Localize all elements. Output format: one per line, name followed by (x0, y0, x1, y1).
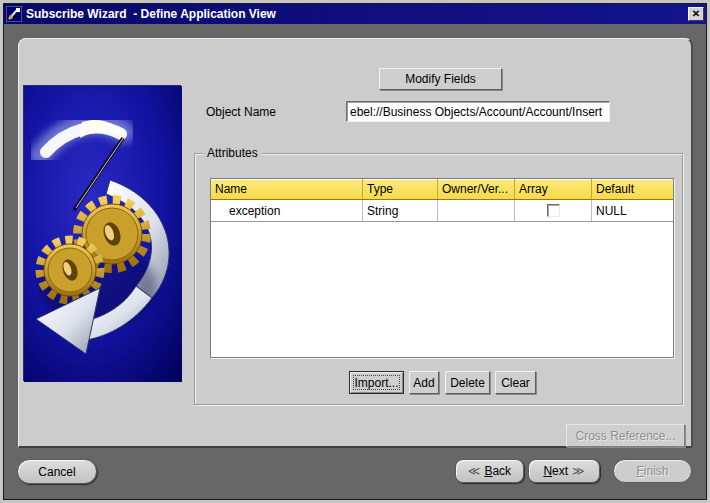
cancel-button[interactable]: Cancel (17, 459, 97, 484)
cell-type: String (363, 200, 438, 221)
cell-default: NULL (592, 200, 673, 221)
dialog-body: Subscribe Wizard - Define Application Vi… (3, 3, 707, 500)
next-label: Next (543, 464, 568, 478)
attributes-table[interactable]: Name Type Owner/Ver... Array Default exc… (210, 178, 674, 358)
import-label: Import... (354, 376, 398, 390)
delete-label: Delete (450, 376, 485, 390)
attributes-legend: Attributes (203, 146, 262, 160)
content-panel: Modify Fields Object Name Attributes Nam… (18, 38, 693, 448)
cancel-label: Cancel (38, 465, 75, 479)
attributes-table-header: Name Type Owner/Ver... Array Default (211, 179, 673, 200)
clear-button[interactable]: Clear (495, 371, 536, 394)
back-chevron-icon: ≪ (468, 464, 481, 478)
back-label: Back (484, 464, 511, 478)
back-button[interactable]: ≪ Back (455, 459, 524, 483)
cell-owner (438, 200, 515, 221)
column-header-name[interactable]: Name (211, 179, 363, 199)
column-header-default[interactable]: Default (592, 179, 673, 199)
wizard-artwork (23, 85, 181, 381)
finish-label: Finish (636, 464, 668, 478)
table-row[interactable]: exception String NULL (211, 200, 673, 222)
modify-fields-button[interactable]: Modify Fields (379, 68, 502, 90)
cross-reference-button[interactable]: Cross Reference... (566, 424, 685, 447)
window-title: Subscribe Wizard - Define Application Vi… (26, 7, 684, 21)
cell-name: exception (211, 200, 363, 221)
wizard-icon (6, 6, 22, 22)
title-bar[interactable]: Subscribe Wizard - Define Application Vi… (4, 4, 706, 24)
attributes-groupbox: Attributes Name Type Owner/Ver... Array … (194, 153, 683, 405)
clear-label: Clear (501, 376, 530, 390)
modify-fields-label: Modify Fields (405, 72, 476, 86)
array-checkbox[interactable] (547, 204, 560, 217)
close-button[interactable]: ✕ (688, 7, 704, 21)
cell-array (515, 200, 592, 221)
next-chevron-icon: ≫ (572, 464, 585, 478)
add-label: Add (413, 376, 434, 390)
object-name-input[interactable] (346, 101, 610, 122)
import-button[interactable]: Import... (349, 371, 404, 394)
add-button[interactable]: Add (409, 371, 439, 394)
cross-reference-label: Cross Reference... (575, 429, 675, 443)
delete-button[interactable]: Delete (445, 371, 490, 394)
column-header-array[interactable]: Array (515, 179, 592, 199)
next-button[interactable]: Next ≫ (528, 459, 600, 483)
subscribe-wizard-dialog: Subscribe Wizard - Define Application Vi… (0, 0, 710, 503)
column-header-owner[interactable]: Owner/Ver... (438, 179, 515, 199)
column-header-type[interactable]: Type (363, 179, 438, 199)
finish-button[interactable]: Finish (613, 459, 692, 483)
object-name-label: Object Name (206, 105, 276, 119)
